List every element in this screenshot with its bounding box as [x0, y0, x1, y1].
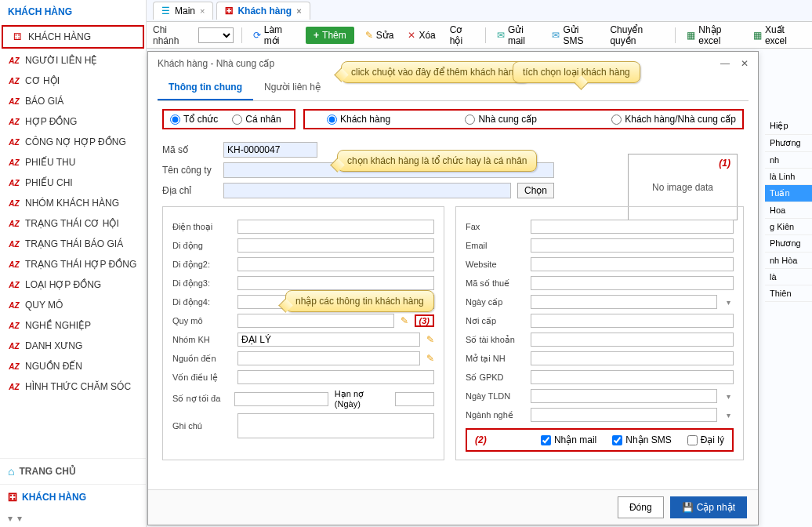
- radio-supplier[interactable]: Nhà cung cấp: [465, 114, 536, 125]
- place-input[interactable]: [531, 314, 734, 328]
- calendar-icon[interactable]: ▾: [723, 392, 734, 401]
- founded-input[interactable]: [531, 389, 717, 403]
- tab-main[interactable]: ☰Main×: [153, 2, 213, 20]
- tab-general[interactable]: Thông tin chung: [158, 75, 253, 100]
- radio-personal[interactable]: Cá nhân: [232, 114, 281, 125]
- sendmail-button[interactable]: ✉Gửi mail: [494, 23, 541, 48]
- minimize-icon[interactable]: —: [720, 58, 730, 69]
- website-input[interactable]: [531, 257, 734, 271]
- sidebar-item-contract[interactable]: AZHỢP ĐỒNG: [0, 111, 146, 132]
- radio-customer[interactable]: Khách hàng: [327, 114, 390, 125]
- fax-input[interactable]: [531, 220, 734, 234]
- calendar-icon[interactable]: ▾: [723, 298, 734, 307]
- sidebar-item-debt[interactable]: AZCÔNG NỢ HỢP ĐỒNG: [0, 132, 146, 152]
- edit-button[interactable]: ✎Sửa: [362, 28, 397, 42]
- sidebar-item-opp-status[interactable]: AZTRẠNG THÁI CƠ HỘI: [0, 213, 146, 234]
- sidebar-item-receipt[interactable]: AZPHIẾU THU: [0, 152, 146, 173]
- sendsms-button[interactable]: ✉Gửi SMS: [549, 23, 599, 48]
- tabbar: ☰Main× ⚃Khách hàng×: [147, 0, 812, 22]
- sidebar-item-customers[interactable]: ⚃KHÁCH HÀNG: [2, 25, 144, 49]
- debtdays-input[interactable]: [395, 392, 434, 406]
- excel-icon: ▦: [687, 30, 695, 41]
- checkbox-agent[interactable]: Đại lý: [687, 434, 724, 445]
- refresh-button[interactable]: ⟳Làm mới: [250, 23, 298, 48]
- radio-both[interactable]: Khách hàng/Nhà cung cấp: [611, 114, 736, 125]
- scale-input[interactable]: [237, 314, 394, 328]
- checkbox-mail[interactable]: Nhận mail: [541, 434, 596, 445]
- source-input[interactable]: [237, 351, 420, 365]
- list-item[interactable]: nh Hòa: [765, 253, 812, 269]
- chevron-down-icon[interactable]: ▾: [723, 411, 734, 420]
- chevron-down-icon[interactable]: ▾: [17, 513, 22, 524]
- list-item[interactable]: Tuấn: [765, 185, 812, 202]
- mobile-input[interactable]: [237, 238, 434, 253]
- add-button[interactable]: +Thêm: [306, 27, 354, 44]
- list-item[interactable]: Phương: [765, 235, 812, 253]
- list-item[interactable]: Hoa: [765, 202, 812, 219]
- list-item[interactable]: g Kiên: [765, 219, 812, 235]
- branch-select[interactable]: [198, 27, 233, 43]
- mobile2-input[interactable]: [237, 257, 434, 271]
- sidebar-item-quote-status[interactable]: AZTRẠNG THÁI BÁO GIÁ: [0, 234, 146, 254]
- list-item[interactable]: nh: [765, 152, 812, 169]
- export-button[interactable]: ▦Xuất excel: [750, 23, 806, 48]
- phone-input[interactable]: [237, 220, 434, 234]
- plus-icon: +: [314, 30, 319, 41]
- sidebar-item-care-type[interactable]: AZHÌNH THỨC CHĂM SÓC: [0, 376, 146, 397]
- sidebar-item-title[interactable]: AZDANH XƯNG: [0, 336, 146, 356]
- tab-contacts[interactable]: Người liên hệ: [253, 75, 332, 100]
- sidebar-item-opportunity[interactable]: AZCƠ HỘI: [0, 71, 146, 91]
- sidebar-item-contacts[interactable]: AZNGƯỜI LIÊN HỆ: [0, 50, 146, 71]
- delete-button[interactable]: ✕Xóa: [404, 28, 438, 42]
- code-input[interactable]: [223, 142, 317, 158]
- update-button[interactable]: 💾Cập nhật: [670, 496, 747, 518]
- entity-type-group: Tổ chức Cá nhân: [162, 109, 295, 129]
- bank-input[interactable]: [531, 351, 734, 365]
- close-button[interactable]: Đóng: [618, 496, 664, 518]
- sidebar-item-scale[interactable]: AZQUY MÔ: [0, 295, 146, 315]
- pencil-icon[interactable]: ✎: [426, 353, 434, 364]
- opportunity-button[interactable]: Cơ hội: [447, 23, 477, 48]
- capital-input[interactable]: [237, 370, 434, 384]
- tax-input[interactable]: [531, 276, 734, 290]
- address-input[interactable]: [223, 183, 511, 198]
- group-input[interactable]: [237, 333, 420, 347]
- import-button[interactable]: ▦Nhập excel: [683, 23, 742, 48]
- pencil-icon: ✎: [365, 30, 373, 41]
- nav-home[interactable]: ⌂TRANG CHỦ: [0, 458, 146, 484]
- sidebar-item-group[interactable]: AZNHÓM KHÁCH HÀNG: [0, 193, 146, 213]
- sidebar-item-contract-status[interactable]: AZTRẠNG THÁI HỢP ĐỒNG: [0, 254, 146, 274]
- pencil-icon[interactable]: ✎: [401, 315, 408, 326]
- az-icon: AZ: [8, 199, 20, 207]
- industry-input[interactable]: [531, 408, 717, 422]
- sidebar-item-profession[interactable]: AZNGHỀ NGHIỆP: [0, 315, 146, 336]
- close-icon[interactable]: ✕: [741, 58, 749, 69]
- radio-organization[interactable]: Tổ chức: [170, 114, 218, 125]
- close-icon[interactable]: ×: [200, 6, 205, 16]
- tab-customers[interactable]: ⚃Khách hàng×: [216, 2, 310, 20]
- mobile3-input[interactable]: [237, 276, 434, 290]
- note-input[interactable]: [237, 413, 434, 438]
- license-input[interactable]: [531, 370, 734, 384]
- list-item[interactable]: là: [765, 269, 812, 285]
- transfer-button[interactable]: Chuyển quyền: [607, 23, 667, 48]
- list-item[interactable]: Thiên: [765, 285, 812, 302]
- list-item[interactable]: Hiệp: [765, 118, 812, 135]
- issued-input[interactable]: [531, 295, 717, 309]
- sidebar-toggles: ▾ ▾: [0, 510, 146, 527]
- list-item[interactable]: là Linh: [765, 169, 812, 185]
- checkbox-sms[interactable]: Nhận SMS: [612, 434, 671, 445]
- list-item[interactable]: Phương: [765, 135, 812, 152]
- account-input[interactable]: [531, 333, 734, 347]
- pencil-icon[interactable]: ✎: [426, 334, 434, 345]
- nav-customers[interactable]: ⚃KHÁCH HÀNG: [0, 484, 146, 510]
- sidebar-item-quote[interactable]: AZBÁO GIÁ: [0, 91, 146, 111]
- close-icon[interactable]: ×: [296, 6, 301, 16]
- choose-button[interactable]: Chọn: [517, 183, 554, 198]
- sidebar-item-source[interactable]: AZNGUỒN ĐẾN: [0, 356, 146, 376]
- sidebar-item-contract-type[interactable]: AZLOẠI HỢP ĐỒNG: [0, 274, 146, 295]
- email-input[interactable]: [531, 238, 734, 253]
- sidebar-item-payment[interactable]: AZPHIẾU CHI: [0, 173, 146, 193]
- chevron-down-icon[interactable]: ▾: [8, 513, 13, 524]
- maxdebt-input[interactable]: [234, 392, 328, 406]
